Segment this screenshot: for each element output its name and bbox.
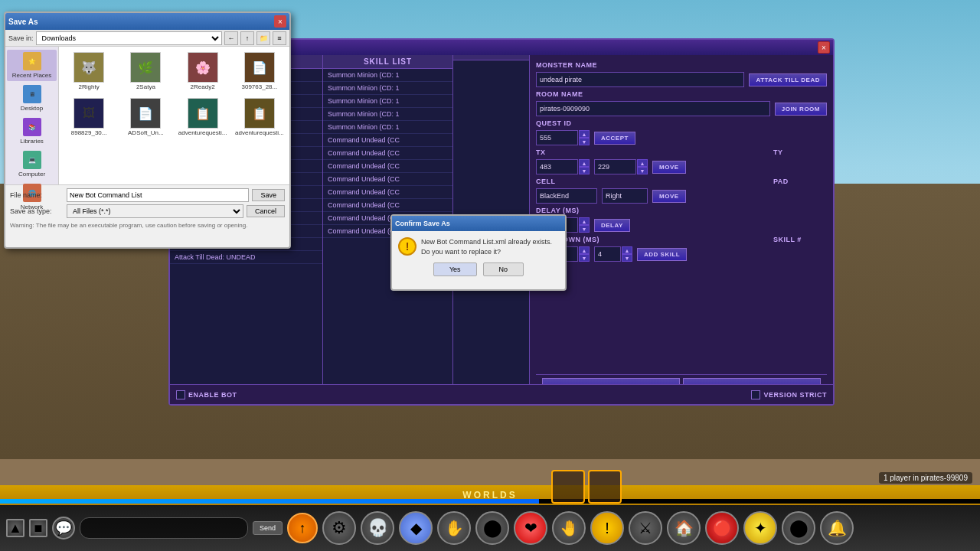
filetype-select[interactable]: All Files (*.*) [67, 204, 243, 218]
list-item[interactable]: Command Undead (CC [323, 160, 452, 173]
enable-bot-container[interactable]: ENABLE BOT [176, 390, 237, 399]
settings-column: MONSTER NAME ATTACK TILL DEAD ROOM NAME … [530, 55, 833, 404]
hud-settings-button[interactable]: ⚙ [322, 511, 356, 545]
hud-scroll-up-button[interactable]: ▲ [6, 519, 24, 537]
hud-red-button[interactable]: 🔴 [705, 511, 739, 545]
file-item[interactable]: 📄 309763_28... [233, 50, 286, 93]
hud-dot-button[interactable]: ⬤ [782, 511, 815, 545]
hud-circle-button[interactable]: ⬤ [475, 511, 509, 545]
version-strict-container[interactable]: VERSION STRICT [751, 390, 827, 399]
add-skill-button[interactable]: ADD SKILL [637, 248, 687, 261]
bot-panel-close-button[interactable]: × [818, 41, 830, 54]
sidebar-item-recent[interactable]: ⭐ Recent Places [7, 50, 57, 81]
file-item[interactable]: 🌿 2Satya [119, 50, 172, 93]
list-item[interactable]: Summon Minion (CD: 1 [323, 108, 452, 121]
join-room-button[interactable]: JOIN ROOM [775, 103, 827, 116]
cancel-dialog-button[interactable]: Cancel [247, 205, 285, 217]
file-thumb: 📋 [188, 98, 218, 129]
list-item[interactable]: Summon Minion (CD: 1 [323, 95, 452, 108]
room-name-input[interactable] [536, 101, 770, 116]
skill-up-button[interactable]: ▲ [622, 246, 632, 254]
quest-id-input[interactable] [536, 130, 578, 145]
toolbar-up-button[interactable]: ↑ [240, 31, 254, 45]
tx-up-button[interactable]: ▲ [579, 159, 590, 167]
delay-button[interactable]: DELAY [594, 219, 630, 232]
list-item[interactable]: Summon Minion (CD: 1 [323, 82, 452, 95]
file-dialog-close-button[interactable]: × [274, 15, 286, 28]
quest-id-spinner: ▲ ▼ [536, 130, 590, 145]
confirm-no-button[interactable]: No [483, 262, 524, 276]
skill-list-header: SKILL LIST [323, 55, 452, 69]
delay-label: DELAY (MS) [536, 207, 827, 214]
hud-star-button[interactable]: ✦ [743, 511, 777, 545]
inventory-slot[interactable] [551, 470, 585, 504]
file-item[interactable]: 🌸 2Ready2 [176, 50, 230, 93]
file-item[interactable]: 🖼 898829_30... [62, 96, 116, 139]
tx-down-button[interactable]: ▼ [579, 167, 590, 174]
toolbar-new-folder-button[interactable]: 📁 [256, 31, 270, 45]
ty-up-button[interactable]: ▲ [637, 159, 648, 167]
hud-chat-button[interactable]: 💬 [52, 517, 75, 540]
list-item[interactable]: Command Undead (CC [323, 147, 452, 160]
version-strict-checkbox[interactable] [751, 390, 760, 399]
filename-label: File name: [10, 191, 64, 199]
sidebar-item-libraries[interactable]: 📚 Libraries [7, 116, 57, 147]
hud-up-button[interactable]: ↑ [287, 513, 318, 543]
enable-bot-checkbox[interactable] [176, 390, 185, 399]
save-dialog-button[interactable]: Save [252, 189, 285, 201]
ty-down-button[interactable]: ▼ [637, 167, 648, 174]
list-item[interactable]: Command Undead (CC [323, 199, 452, 212]
hud-stop-button[interactable]: ■ [29, 519, 47, 537]
delay-down-button[interactable]: ▼ [579, 225, 590, 233]
hud-exclaim-button[interactable]: ! [590, 511, 624, 545]
list-item[interactable]: Summon Minion (CD: 1 [323, 121, 452, 134]
cooldown-down-button[interactable]: ▼ [579, 254, 590, 262]
ty-input[interactable] [594, 159, 636, 174]
file-item[interactable]: 📋 adventurequesti... [176, 96, 230, 139]
hud-heart-button[interactable]: ❤ [514, 511, 547, 545]
move2-button[interactable]: MOVE [652, 190, 686, 203]
inventory-slot[interactable] [588, 470, 622, 504]
cooldown-up-button[interactable]: ▲ [579, 246, 590, 254]
accept-button[interactable]: ACCEPT [594, 132, 635, 145]
skill-down-button[interactable]: ▼ [622, 254, 632, 262]
hud-hand-button[interactable]: ✋ [437, 511, 471, 545]
file-item[interactable]: 📄 ADSoft_Un... [119, 96, 172, 139]
file-item[interactable]: 📋 adventurequesti... [233, 96, 286, 139]
list-item[interactable]: Command Undead (CC [323, 134, 452, 147]
pad-input[interactable] [602, 188, 648, 204]
move-button[interactable]: MOVE [652, 161, 686, 174]
sidebar-item-desktop[interactable]: 🖥 Desktop [7, 83, 57, 114]
monster-name-input[interactable] [536, 72, 744, 87]
list-item[interactable]: Attack Till Dead: UNDEAD [170, 251, 322, 264]
hud-home-button[interactable]: 🏠 [667, 511, 701, 545]
file-name: 2Ready2 [191, 83, 215, 90]
chat-input[interactable] [87, 524, 241, 533]
delay-row: ▲ ▼ DELAY [536, 217, 827, 233]
tx-input[interactable] [536, 159, 578, 174]
skill-input[interactable] [594, 246, 621, 262]
hud-sword-button[interactable]: ⚔ [629, 511, 662, 545]
monster-name-row: ATTACK TILL DEAD [536, 72, 827, 87]
hud-skull-button[interactable]: 💀 [361, 511, 394, 545]
hud-hand2-button[interactable]: 🤚 [552, 511, 586, 545]
hud-diamond-button[interactable]: ◆ [399, 511, 433, 545]
save-in-combo[interactable]: Downloads [36, 31, 222, 45]
toolbar-views-button[interactable]: ≡ [273, 31, 286, 45]
hud-bell-button[interactable]: 🔔 [820, 511, 854, 545]
delay-up-button[interactable]: ▲ [579, 217, 590, 225]
cell-input[interactable] [536, 188, 597, 204]
filename-input[interactable] [67, 188, 249, 202]
toolbar-back-button[interactable]: ← [224, 31, 238, 45]
confirm-yes-button[interactable]: Yes [433, 262, 477, 276]
quest-id-up-button[interactable]: ▲ [579, 130, 590, 138]
attack-till-dead-button[interactable]: ATTACK TILL DEAD [749, 73, 827, 86]
sidebar-item-computer[interactable]: 💻 Computer [7, 148, 57, 180]
quest-id-down-button[interactable]: ▼ [579, 138, 590, 145]
send-button[interactable]: Send [253, 521, 283, 535]
list-item[interactable]: Command Undead (CC [323, 173, 452, 186]
list-item[interactable]: Command Undead (CC [323, 186, 452, 199]
list-item[interactable]: Summon Minion (CD: 1 [323, 69, 452, 82]
file-name: 898829_30... [71, 129, 107, 136]
file-item[interactable]: 🐺 2Righty [62, 50, 116, 93]
